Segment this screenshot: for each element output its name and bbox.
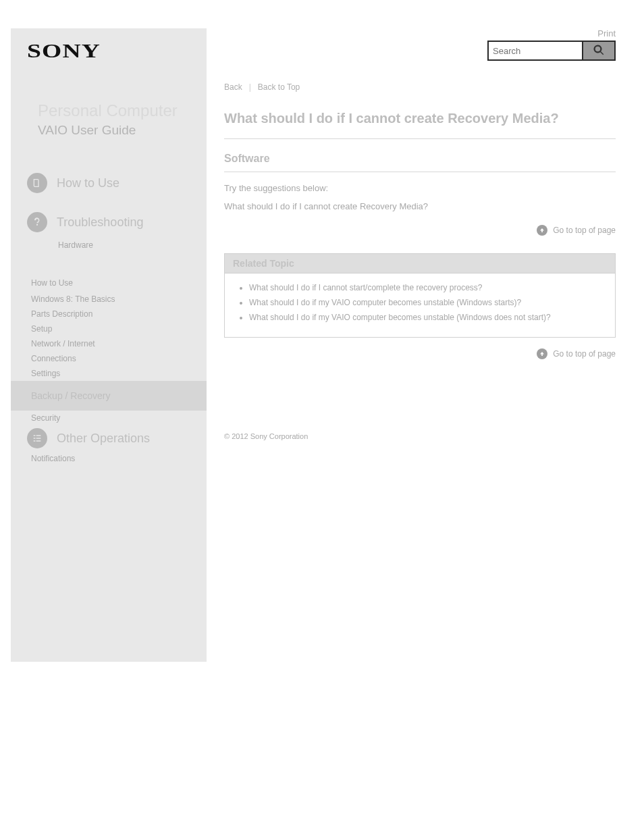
sidebar-item-list-topics[interactable]: Other Operations <box>11 425 207 451</box>
sidebar-link-network[interactable]: Network / Internet <box>11 336 207 351</box>
related-topic-header: Related Topic <box>225 254 615 273</box>
breadcrumb-top[interactable]: Back to Top <box>258 82 300 92</box>
breadcrumb-separator: | <box>249 82 251 92</box>
related-topic-item[interactable]: What should I do if my VAIO computer bec… <box>249 295 608 310</box>
brand-logo: SONY <box>27 39 101 62</box>
sidebar-link-windows8[interactable]: Windows 8: The Basics <box>11 292 207 307</box>
related-topic-box: Related Topic What should I do if I cann… <box>224 253 616 338</box>
go-to-top-link[interactable]: Go to top of page <box>224 225 616 236</box>
sidebar-item-label: Backup / Recovery <box>31 390 111 401</box>
search-bar <box>487 41 616 61</box>
list-icon <box>27 428 47 448</box>
sidebar-link-parts[interactable]: Parts Description <box>11 307 207 321</box>
search-input[interactable] <box>487 41 582 61</box>
footer: © 2012 Sony Corporation <box>224 432 616 440</box>
sidebar-link-security[interactable]: Security <box>11 411 207 425</box>
print-label: Print <box>597 28 616 38</box>
related-topic-list: What should I do if I cannot start/compl… <box>225 273 615 337</box>
sidebar-sub-label: Hardware <box>58 239 200 251</box>
go-to-top-link-2[interactable]: Go to top of page <box>224 348 616 359</box>
sidebar-link-connections[interactable]: Connections <box>11 351 207 366</box>
sidebar-link-notifications[interactable]: Notifications <box>11 451 207 466</box>
arrow-up-icon <box>537 348 547 359</box>
article: What should I do if I cannot create Reco… <box>224 111 616 359</box>
go-to-top-label: Go to top of page <box>553 226 616 235</box>
related-topic-item[interactable]: What should I do if my VAIO computer bec… <box>249 310 608 325</box>
product-title: Personal Computer <box>38 101 178 120</box>
sidebar-sub-hardware[interactable]: Hardware <box>11 236 207 265</box>
go-to-top-label: Go to top of page <box>553 349 616 359</box>
sidebar-link-settings[interactable]: Settings <box>11 366 207 381</box>
article-heading: What should I do if I cannot create Reco… <box>224 111 616 139</box>
sidebar: SONY Personal Computer VAIO User Guide H… <box>11 28 207 662</box>
arrow-up-icon <box>537 225 547 236</box>
sidebar-item-label: Other Operations <box>57 432 150 446</box>
article-body: Try the suggestions below: <box>224 182 616 196</box>
question-icon <box>27 212 47 232</box>
sidebar-link-setup[interactable]: Setup <box>11 321 207 336</box>
article-suggestion-link[interactable]: What should I do if I cannot create Reco… <box>224 201 428 211</box>
article-subheading: Software <box>224 146 616 172</box>
breadcrumb: Back | Back to Top <box>224 82 616 92</box>
sidebar-group-title: How to Use <box>11 265 207 292</box>
breadcrumb-back[interactable]: Back <box>224 82 242 92</box>
related-topic-item[interactable]: What should I do if I cannot start/compl… <box>249 280 608 295</box>
book-icon <box>27 173 47 193</box>
guide-title: VAIO User Guide <box>38 123 136 138</box>
main-content: Back | Back to Top What should I do if I… <box>224 82 616 377</box>
search-button[interactable] <box>582 41 616 61</box>
print-link[interactable]: Print <box>597 28 616 38</box>
copyright: © 2012 Sony Corporation <box>224 432 308 440</box>
sidebar-item-how-to-use[interactable]: How to Use <box>11 163 207 203</box>
sidebar-item-backup-recovery[interactable]: Backup / Recovery <box>11 381 207 411</box>
search-icon <box>593 44 605 58</box>
sidebar-item-label: Troubleshooting <box>57 215 143 230</box>
sidebar-item-label: How to Use <box>57 176 119 190</box>
